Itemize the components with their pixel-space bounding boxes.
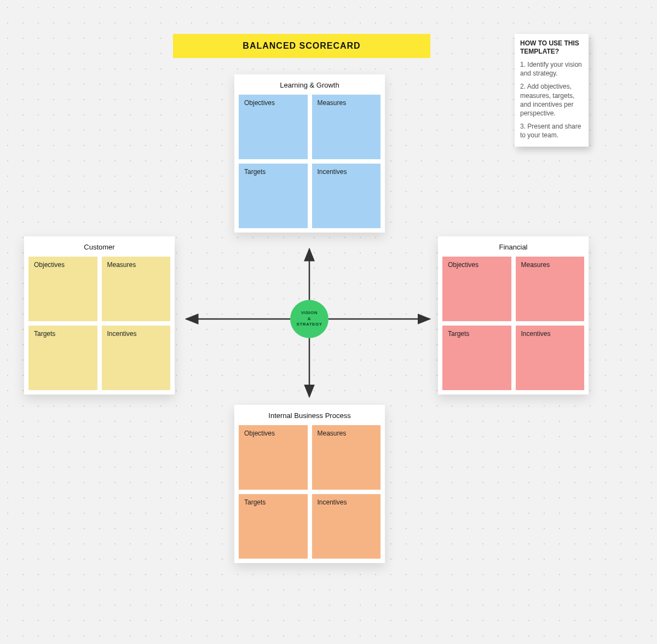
cell-targets[interactable]: Targets (239, 494, 308, 559)
center-label: VISION & STRATEGY (297, 310, 322, 327)
cell-objectives[interactable]: Objectives (28, 257, 97, 321)
title-text: BALANCED SCORECARD (243, 41, 360, 51)
cell-targets[interactable]: Targets (442, 326, 511, 390)
panel-grid: Objectives Measures Targets Incentives (438, 257, 589, 390)
cell-incentives[interactable]: Incentives (102, 326, 171, 390)
help-step-2: 2. Add objectives, measures, targets, an… (520, 82, 583, 118)
cell-objectives[interactable]: Objectives (442, 257, 511, 321)
cell-incentives[interactable]: Incentives (516, 326, 585, 390)
center-circle[interactable]: VISION & STRATEGY (290, 300, 328, 338)
cell-measures[interactable]: Measures (516, 257, 585, 321)
help-step-1: 1. Identify your vision and strategy. (520, 60, 583, 78)
cell-targets[interactable]: Targets (28, 326, 97, 390)
panel-title: Financial (438, 236, 589, 257)
help-title: HOW TO USE THIS TEMPLATE? (520, 39, 583, 56)
cell-objectives[interactable]: Objectives (239, 95, 308, 159)
panel-title: Internal Business Process (234, 405, 385, 425)
panel-financial[interactable]: Financial Objectives Measures Targets In… (438, 236, 589, 394)
panel-grid: Objectives Measures Targets Incentives (24, 257, 175, 390)
cell-objectives[interactable]: Objectives (239, 425, 308, 490)
panel-internal-business[interactable]: Internal Business Process Objectives Mea… (234, 405, 385, 563)
help-box[interactable]: HOW TO USE THIS TEMPLATE? 1. Identify yo… (515, 34, 589, 147)
cell-incentives[interactable]: Incentives (312, 494, 381, 559)
cell-incentives[interactable]: Incentives (312, 164, 381, 228)
panel-title: Customer (24, 236, 175, 257)
cell-measures[interactable]: Measures (312, 95, 381, 159)
panel-learning-growth[interactable]: Learning & Growth Objectives Measures Ta… (234, 74, 385, 233)
cell-measures[interactable]: Measures (312, 425, 381, 490)
panel-title: Learning & Growth (234, 74, 385, 95)
cell-measures[interactable]: Measures (102, 257, 171, 321)
panel-grid: Objectives Measures Targets Incentives (234, 425, 385, 559)
cell-targets[interactable]: Targets (239, 164, 308, 228)
title-banner: BALANCED SCORECARD (173, 34, 430, 58)
panel-grid: Objectives Measures Targets Incentives (234, 95, 385, 228)
help-step-3: 3. Present and share to your team. (520, 122, 583, 140)
panel-customer[interactable]: Customer Objectives Measures Targets Inc… (24, 236, 175, 394)
